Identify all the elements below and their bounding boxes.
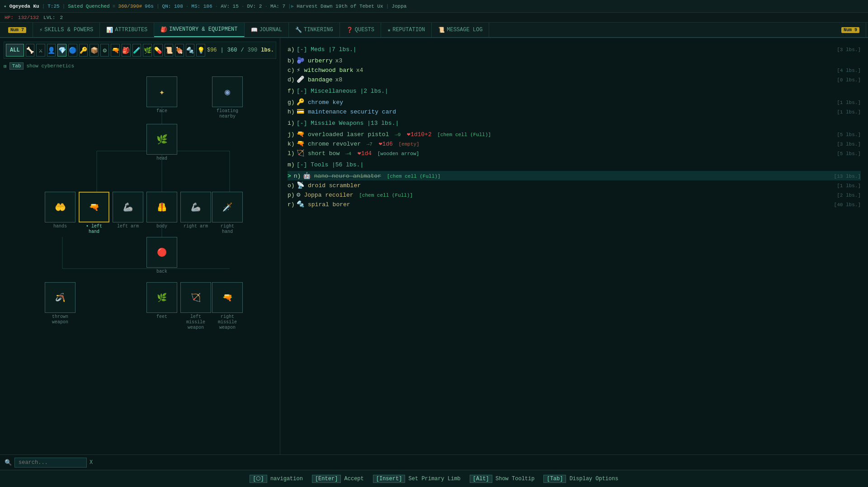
hp-display: 360/390# (118, 4, 142, 9)
inv-item-urberry[interactable]: b) 🫐 urberry x3 (288, 56, 861, 65)
slot-right-arm[interactable]: 🦾 right arm (180, 192, 212, 229)
lvl-label: LVL: (43, 15, 55, 20)
slot-box-floating[interactable]: ◉ (212, 76, 243, 107)
inv-item-chrome-revolver[interactable]: k) 🔫 chrome revolver →7 ❤1d6 [empty] [3 … (288, 139, 861, 148)
slot-label-feet: feet (156, 314, 167, 320)
slot-feet[interactable]: 🌿 feet (146, 282, 178, 320)
tab-skills[interactable]: ⚡ SKILLS & POWERS (33, 23, 100, 37)
turn-count: T:25 (47, 4, 59, 9)
stat-bar: HP: 132/132 LVL: 2 (0, 13, 868, 23)
inventory-panel: a) [-] Meds |7 lbs.| [3 lbs.] b) 🫐 urber… (280, 38, 868, 454)
filter-icon-17[interactable]: 💡 (196, 44, 205, 57)
slot-label-thrown: thrownweapon (52, 314, 68, 325)
inv-item-joppa-recoiler[interactable]: p) ⚙️ Joppa recoiler [chem cell (Full)] … (288, 190, 861, 199)
tab-num9[interactable]: Num 9 (835, 23, 866, 37)
filter-icon-4[interactable]: 💎 (57, 44, 66, 57)
slot-right-hand[interactable]: 🗡️ righthand (212, 192, 243, 235)
tab-num7[interactable]: Num 7 (2, 23, 33, 37)
inv-item-droid-scrambler[interactable]: o) 📡 droid scrambler [1 lbs.] (288, 180, 861, 190)
slot-box-feet[interactable]: 🌿 (146, 282, 177, 313)
slot-box-head[interactable]: 🌿 (146, 124, 177, 155)
inv-item-seccard[interactable]: h) 💳 maintenance security card [1 lbs.] (288, 107, 861, 116)
filter-icon-5[interactable]: 🔵 (68, 44, 77, 57)
filter-icon-8[interactable]: ⚙️ (100, 44, 109, 57)
slot-box-thrown[interactable]: 🪃 (45, 282, 75, 313)
inv-item-chromekey[interactable]: g) 🔑 chrome key [1 lbs.] (288, 97, 861, 107)
slot-label-face: face (156, 109, 167, 114)
search-icon: 🔍 (5, 459, 12, 466)
slot-label-left-missile: leftmissileweapon (186, 314, 205, 331)
tab-tinkering[interactable]: 🔧 TINKERING (289, 23, 340, 37)
slot-box-right-hand[interactable]: 🗡️ (212, 192, 243, 222)
slot-box-left-hand[interactable]: 🔫 (79, 192, 109, 222)
search-clear[interactable]: X (90, 459, 93, 466)
slot-hands[interactable]: 🤲 hands (44, 192, 76, 229)
slot-box-body[interactable]: 🦺 (146, 192, 177, 222)
filter-icon-6[interactable]: 🔑 (79, 44, 88, 57)
slot-box-right-missile[interactable]: 🔫 (212, 282, 243, 313)
slot-thrown[interactable]: 🪃 thrownweapon (44, 282, 76, 325)
tab-attributes[interactable]: 📊 ATTRIBUTES (100, 23, 154, 37)
section-missiles-header[interactable]: i) [-] Missile Weapons |13 lbs.| (288, 116, 861, 129)
weight-display: 96s (145, 4, 154, 9)
slot-back[interactable]: 🔴 back (146, 237, 178, 274)
slot-label-head: head (156, 156, 167, 161)
slot-box-right-arm[interactable]: 🦾 (180, 192, 211, 222)
filter-icon-9[interactable]: 🔫 (111, 44, 120, 57)
filter-icon-12[interactable]: 🌿 (143, 44, 152, 57)
slot-box-hands[interactable]: 🤲 (45, 192, 75, 222)
hp-label: HP: (5, 15, 14, 20)
slot-floating[interactable]: ◉ floatingnearby (212, 76, 243, 119)
slot-box-face[interactable]: ✦ (146, 76, 177, 107)
slot-box-left-missile[interactable]: 🏹 (180, 282, 211, 313)
tab-reputation[interactable]: ★ REPUTATION (381, 23, 432, 37)
slot-label-floating: floatingnearby (217, 109, 238, 119)
slot-box-left-arm[interactable]: 🦾 (113, 192, 143, 222)
slot-left-missile[interactable]: 🏹 leftmissileweapon (180, 282, 212, 331)
filter-bar: ALL 🦴 ⚔️ 👤 💎 🔵 🔑 📦 ⚙️ 🔫 🎒 🧪 🌿 💊 📜 🍖 🔩 💡 … (4, 42, 276, 59)
filter-icon-10[interactable]: 🎒 (122, 44, 131, 57)
section-meds-header[interactable]: a) [-] Meds |7 lbs.| [3 lbs.] (288, 43, 861, 56)
filter-icon-7[interactable]: 📦 (90, 44, 99, 57)
search-input[interactable] (14, 458, 87, 468)
av-display: AV: 15 (221, 4, 239, 9)
slot-face[interactable]: ✦ face (146, 76, 178, 114)
tab-quests[interactable]: ❓ QUESTS (340, 23, 381, 37)
lvl-value: 2 (60, 15, 63, 20)
tab-inventory[interactable]: 🎒 INVENTORY & EQUIPMENT (154, 23, 244, 37)
ms-display: MS: 186 (191, 4, 212, 9)
filter-icon-16[interactable]: 🔩 (186, 44, 195, 57)
filter-icon-3[interactable]: 👤 (47, 44, 56, 57)
filter-icon-1[interactable]: 🦴 (26, 44, 35, 57)
char-icon: ✦ (4, 3, 7, 9)
slot-right-missile[interactable]: 🔫 rightmissileweapon (212, 282, 243, 331)
primary-label: Set Primary Limb (409, 476, 461, 482)
cyber-label: show cybernetics (26, 63, 74, 69)
cybernetics-tab[interactable]: ⊞ Tab show cybernetics (4, 62, 276, 70)
date-display: Harvest Dawn 19th of Tebet Ux (297, 4, 383, 9)
slot-left-arm[interactable]: 🦾 left arm (112, 192, 144, 229)
filter-icon-2[interactable]: ⚔️ (36, 44, 45, 57)
inv-item-witchwood[interactable]: c) ⚡ witchwood bark x4 [4 lbs.] (288, 65, 861, 75)
filter-all[interactable]: ALL (6, 44, 24, 57)
inv-item-laser-pistol[interactable]: j) 🔫 overloaded laser pistol →9 ❤1d10+2 … (288, 129, 861, 139)
tab-num7-badge: Num 7 (8, 27, 26, 33)
slot-left-hand[interactable]: 🔫 • lefthand (78, 192, 110, 235)
inv-item-bandage[interactable]: d) 🩹 bandage x8 [0 lbs.] (288, 75, 861, 84)
inv-item-spiral-borer[interactable]: r) 🔩 spiral borer [40 lbs.] (288, 199, 861, 209)
slot-body[interactable]: 🦺 body (146, 192, 178, 229)
slot-head[interactable]: 🌿 head (146, 124, 178, 161)
inv-item-animator[interactable]: > n) 🤖 nano-neuro animator [chem cell (F… (288, 171, 861, 180)
filter-icon-14[interactable]: 📜 (165, 44, 174, 57)
tab-journal[interactable]: 📖 JOURNAL (245, 23, 289, 37)
weight-display: $96 | 360 / 390 lbs. (207, 47, 274, 53)
tab-num9-badge: Num 9 (841, 27, 859, 33)
section-tools-header[interactable]: m) [-] Tools |56 lbs.| (288, 158, 861, 171)
section-misc-header[interactable]: f) [-] Miscellaneous |2 lbs.| (288, 84, 861, 97)
slot-box-back[interactable]: 🔴 (146, 237, 177, 268)
inv-item-short-bow[interactable]: l) 🏹 short bow →4 ❤1d4 [wooden arrow] [5… (288, 148, 861, 158)
filter-icon-11[interactable]: 🧪 (132, 44, 142, 57)
filter-icon-15[interactable]: 🍖 (175, 44, 184, 57)
filter-icon-13[interactable]: 💊 (154, 44, 163, 57)
tab-messagelog[interactable]: 📜 MESSAGE LOG (432, 23, 489, 37)
